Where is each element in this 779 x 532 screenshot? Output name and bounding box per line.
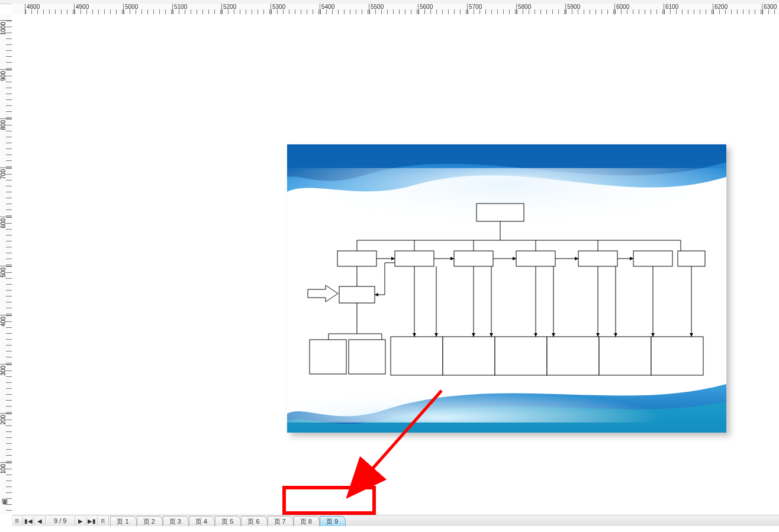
h-ruler-tick: 5800 bbox=[516, 4, 565, 14]
v-ruler-tick: 1000 bbox=[0, 20, 12, 69]
page-tab[interactable]: 页 4 bbox=[189, 516, 215, 526]
page-tab[interactable]: 页 6 bbox=[241, 516, 267, 526]
h-ruler-label: 5600 bbox=[420, 4, 433, 10]
h-ruler-label: 5400 bbox=[321, 4, 334, 10]
h-ruler-label: 4900 bbox=[76, 4, 89, 10]
v-ruler-label: 1000 bbox=[0, 22, 7, 35]
svg-rect-48 bbox=[547, 337, 599, 375]
svg-rect-17 bbox=[633, 251, 672, 266]
v-ruler-label: 100 bbox=[0, 464, 7, 474]
page-tab[interactable]: 页 2 bbox=[137, 516, 163, 526]
page-tab[interactable]: 页 8 bbox=[294, 516, 320, 526]
page-tab[interactable]: 页 5 bbox=[215, 516, 241, 526]
h-ruler-tick: 5500 bbox=[369, 4, 418, 14]
svg-rect-46 bbox=[443, 337, 495, 375]
h-ruler-label: 5500 bbox=[371, 4, 384, 10]
h-ruler-tick: 4900 bbox=[74, 4, 123, 14]
prev-page-icon[interactable]: ◀ bbox=[34, 516, 46, 525]
v-ruler-label: 500 bbox=[0, 267, 7, 278]
vertical-ruler[interactable]: 毫米 1000900800700600500400300200100 bbox=[0, 14, 12, 514]
page-tab[interactable]: 页 3 bbox=[163, 516, 189, 526]
svg-rect-16 bbox=[578, 251, 617, 266]
h-ruler-tick: 5900 bbox=[565, 4, 614, 14]
h-ruler-label: 6000 bbox=[616, 4, 629, 10]
v-ruler-tick: 800 bbox=[0, 118, 12, 167]
page-counter: 9 / 9 bbox=[46, 516, 75, 525]
h-ruler-tick: 6300 bbox=[762, 4, 779, 14]
h-ruler-tick: 5300 bbox=[271, 4, 320, 14]
svg-rect-44 bbox=[349, 340, 385, 374]
v-ruler-label: 400 bbox=[0, 317, 7, 327]
svg-rect-12 bbox=[337, 251, 376, 266]
h-ruler-label: 5700 bbox=[469, 4, 482, 10]
svg-rect-2 bbox=[287, 369, 726, 423]
h-ruler-label: 5200 bbox=[223, 4, 236, 10]
v-ruler-tick: 400 bbox=[0, 315, 12, 364]
h-ruler-tick: 5700 bbox=[467, 4, 516, 14]
h-ruler-label: 5300 bbox=[272, 4, 285, 10]
next-page-icon[interactable]: ▶ bbox=[75, 516, 86, 525]
v-ruler-tick: 900 bbox=[0, 69, 12, 118]
h-ruler-label: 5000 bbox=[125, 4, 138, 10]
svg-rect-14 bbox=[454, 251, 493, 266]
svg-rect-15 bbox=[516, 251, 555, 266]
horizontal-ruler[interactable]: 4800490050005100520053005400550056005700… bbox=[12, 4, 779, 15]
svg-rect-18 bbox=[678, 251, 705, 266]
svg-rect-25 bbox=[339, 286, 375, 303]
h-ruler-label: 4800 bbox=[27, 4, 40, 10]
v-ruler-tick: 700 bbox=[0, 167, 12, 217]
h-ruler-label: 5800 bbox=[518, 4, 531, 10]
work-area[interactable] bbox=[12, 14, 779, 514]
h-ruler-tick: 6100 bbox=[664, 4, 713, 14]
v-ruler-tick: 300 bbox=[0, 364, 12, 413]
v-ruler-label: 200 bbox=[0, 415, 7, 425]
page-navigator: ⎘ ▮◀ ◀ 9 / 9 ▶ ▶▮ ⎘ 页 1页 2页 3页 4页 5页 6页 … bbox=[12, 515, 779, 526]
h-ruler-tick: 6200 bbox=[713, 4, 762, 14]
last-page-icon[interactable]: ▶▮ bbox=[86, 516, 98, 525]
h-ruler-tick: 5400 bbox=[320, 4, 369, 14]
h-ruler-tick: 5600 bbox=[418, 4, 467, 14]
h-ruler-tick: 5000 bbox=[123, 4, 172, 14]
svg-rect-50 bbox=[651, 337, 703, 375]
svg-rect-47 bbox=[495, 337, 547, 375]
nav-overflow bbox=[347, 516, 779, 525]
h-ruler-label: 6200 bbox=[714, 4, 728, 10]
page-tab[interactable]: 页 1 bbox=[110, 516, 136, 526]
svg-rect-49 bbox=[599, 337, 651, 375]
v-ruler-label: 300 bbox=[0, 366, 7, 376]
v-ruler-tick: 100 bbox=[0, 462, 12, 511]
v-ruler-tick: 200 bbox=[0, 413, 12, 462]
svg-rect-3 bbox=[477, 204, 524, 221]
annotation-rectangle bbox=[282, 486, 376, 515]
h-ruler-label: 5900 bbox=[567, 4, 580, 10]
page-tab[interactable]: 页 7 bbox=[268, 516, 294, 526]
h-ruler-label: 6100 bbox=[665, 4, 678, 10]
h-ruler-label: 5100 bbox=[174, 4, 187, 10]
h-ruler-tick: 5200 bbox=[221, 4, 271, 14]
svg-rect-45 bbox=[391, 337, 443, 375]
add-page-right-icon[interactable]: ⎘ bbox=[98, 516, 109, 525]
h-ruler-tick: 6000 bbox=[614, 4, 664, 14]
h-ruler-tick: 5100 bbox=[172, 4, 221, 14]
first-page-icon[interactable]: ▮◀ bbox=[23, 516, 34, 525]
svg-rect-43 bbox=[310, 340, 346, 374]
h-ruler-tick: 4800 bbox=[25, 4, 74, 14]
v-ruler-label: 800 bbox=[0, 120, 7, 130]
v-ruler-label: 700 bbox=[0, 169, 7, 179]
v-ruler-label: 900 bbox=[0, 71, 7, 81]
v-ruler-label: 600 bbox=[0, 218, 7, 228]
add-page-left-icon[interactable]: ⎘ bbox=[12, 516, 23, 525]
page-tab[interactable]: 页 9 bbox=[320, 516, 346, 526]
v-ruler-tick: 600 bbox=[0, 217, 12, 266]
h-ruler-label: 6300 bbox=[764, 4, 777, 10]
v-ruler-tick: 500 bbox=[0, 266, 12, 315]
page-tabs: 页 1页 2页 3页 4页 5页 6页 7页 8页 9 bbox=[110, 515, 346, 526]
svg-rect-13 bbox=[395, 251, 434, 266]
canvas-page[interactable] bbox=[287, 144, 726, 433]
